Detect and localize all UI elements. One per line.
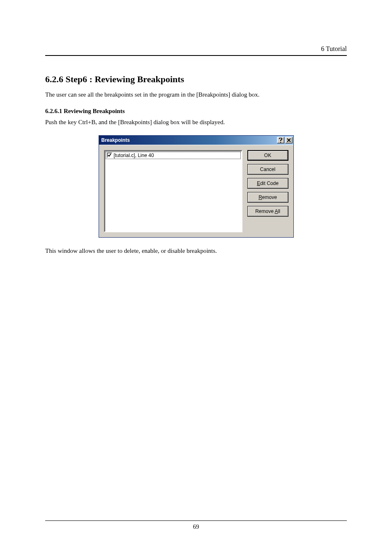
breakpoint-list-item[interactable]: [tutorial.c], Line 40 xyxy=(106,152,241,159)
page-header-right: 6 Tutorial xyxy=(321,45,347,53)
dialog-titlebar[interactable]: Breakpoints xyxy=(99,136,293,145)
footer-rule xyxy=(45,520,347,521)
breakpoint-checkbox[interactable] xyxy=(107,153,112,158)
header-rule xyxy=(45,55,347,56)
section-heading: 6.2.6 Step6 : Reviewing Breakpoints xyxy=(45,74,347,85)
remove-button[interactable]: Remove xyxy=(247,192,288,203)
breakpoint-item-label: [tutorial.c], Line 40 xyxy=(114,153,154,158)
help-button[interactable] xyxy=(277,137,284,143)
check-icon xyxy=(108,153,111,157)
ok-button[interactable]: OK xyxy=(247,150,288,161)
cancel-button-label: Cancel xyxy=(260,166,275,172)
page-number: 69 xyxy=(45,523,347,530)
close-icon xyxy=(287,138,291,142)
edit-code-button[interactable]: Edit Code xyxy=(247,178,288,189)
help-icon xyxy=(279,138,283,143)
paragraph-3: This window allows the user to delete, e… xyxy=(45,247,347,256)
breakpoints-dialog: Breakpoints xyxy=(99,135,294,238)
ok-button-label: OK xyxy=(264,153,271,158)
edit-code-button-label: Edit Code xyxy=(257,180,279,186)
cancel-button[interactable]: Cancel xyxy=(247,164,288,175)
close-button[interactable] xyxy=(285,137,293,143)
svg-rect-0 xyxy=(280,142,281,143)
remove-all-button[interactable]: Remove All xyxy=(247,206,288,217)
remove-button-label: Remove xyxy=(258,194,277,200)
breakpoints-listbox[interactable]: [tutorial.c], Line 40 xyxy=(104,150,242,232)
paragraph-1: The user can see all the breakpoints set… xyxy=(45,90,347,99)
paragraph-2: Push the key Ctrl+B, and the [Breakpoint… xyxy=(45,118,347,127)
dialog-title: Breakpoints xyxy=(101,137,130,143)
remove-all-button-label: Remove All xyxy=(255,208,280,214)
subsection-heading: 6.2.6.1 Reviewing Breakpoints xyxy=(45,108,347,115)
